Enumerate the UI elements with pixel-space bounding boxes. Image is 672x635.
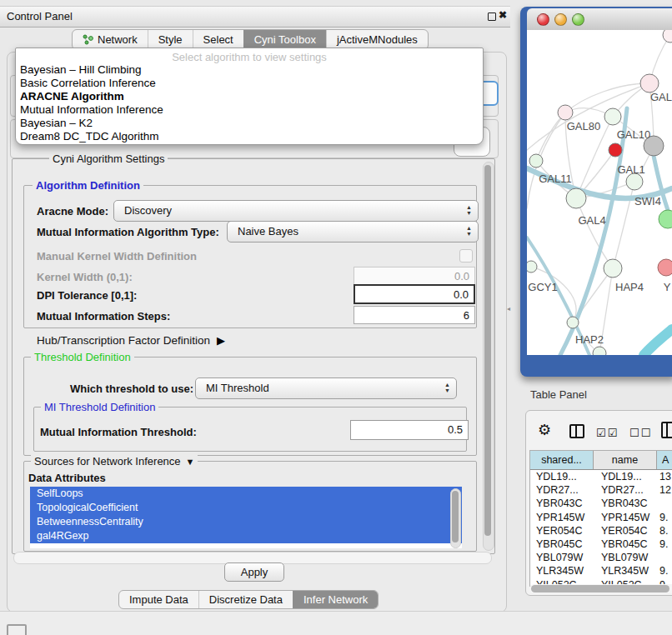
tab-cyni-toolbox[interactable]: Cyni Toolbox [243,30,326,49]
table-row[interactable]: YPR145WYPR145W9. [530,511,672,524]
table-row[interactable]: YLR345WYLR345W9. [530,564,672,578]
table-row[interactable]: YDR27...YDR27...12 [530,483,672,497]
table-row[interactable]: YBR043CYBR043C [530,497,672,510]
selected-value: Discovery [124,204,172,217]
float-window-icon[interactable] [488,12,496,21]
table-cell: YBR043C [594,497,657,510]
algorithm-option[interactable]: Basic Correlation Inference [16,77,483,90]
network-view-window: GALGAL80GAL10GAL1SWI4GAL11GAL4GCY1HAP4YH… [520,7,672,377]
which-threshold-label: Which threshold to use: [70,382,193,395]
table-cell: YDL19... [594,470,657,483]
table-row[interactable]: YBR045CYBR045C9. [530,538,672,551]
aracne-mode-label: Aracne Mode: [37,205,108,218]
apply-button[interactable]: Apply [224,562,284,582]
tab-label: Impute Data [129,593,188,606]
network-canvas[interactable]: GALGAL80GAL10GAL1SWI4GAL11GAL4GCY1HAP4YH… [527,30,672,355]
attributes-vertical-scrollbar[interactable] [450,488,461,548]
network-node[interactable] [593,347,606,355]
tab-infer-network[interactable]: Infer Network [293,591,378,608]
data-attribute-item-selected[interactable]: BetweennessCentrality [30,515,462,529]
control-panel-titlebar: Control Panel [0,6,510,28]
select-all-checkboxes-icon[interactable] [596,427,619,439]
table-cell: YLR345W [530,564,594,578]
network-node[interactable] [604,108,621,125]
algorithm-option[interactable]: ARACNE Algorithm [16,90,483,103]
zoom-traffic-light-icon[interactable] [572,13,584,26]
dpi-tolerance-field[interactable]: 0.0 [354,284,475,304]
network-node[interactable] [609,143,622,157]
hub-definition-toggle[interactable]: Hub/Transcription Factor Definition [37,334,225,347]
scrollbar-thumb[interactable] [452,491,459,542]
settings-vertical-scrollbar[interactable] [483,162,494,551]
aracne-mode-select[interactable]: Discovery [113,200,479,222]
network-edge [576,198,613,268]
data-attribute-item-selected[interactable]: SelfLoops [30,487,462,501]
mi-algorithm-type-select[interactable]: Naive Bayes [227,221,479,242]
network-node[interactable] [640,74,659,92]
network-node-label: Y [664,281,671,293]
algorithm-option[interactable]: Bayesian – K2 [16,117,483,130]
algorithm-dropdown-prompt: Select algorithm to view settings [16,51,483,63]
manual-kernel-width-checkbox[interactable] [459,249,473,262]
deselect-all-checkboxes-icon[interactable] [629,427,652,439]
tab-network[interactable]: Network [73,30,148,49]
tab-discretize-data[interactable]: Discretize Data [198,591,293,608]
scrollbar-thumb[interactable] [484,165,491,536]
network-node[interactable] [659,210,672,228]
table-cell: YDR27... [530,483,594,497]
group-title: Threshold Definition [31,351,134,363]
network-node[interactable] [529,154,543,168]
tab-impute-data[interactable]: Impute Data [119,591,198,608]
network-node[interactable] [566,188,586,208]
table-mode-icon[interactable] [661,422,672,438]
scrollbar-thumb[interactable] [531,585,669,592]
network-node[interactable] [567,317,579,328]
algorithm-dropdown-list: Bayesian – Hill ClimbingBasic Correlatio… [16,63,483,144]
data-attributes-list: SelfLoopsTopologicalCoefficientBetweenne… [30,487,462,548]
network-node[interactable] [604,259,622,278]
algorithm-option[interactable]: Bayesian – Hill Climbing [16,63,483,77]
mi-threshold-field[interactable]: 0.5 [350,420,469,440]
algorithm-dropdown: Select algorithm to view settings Bayesi… [15,48,484,145]
tab-style[interactable]: Style [148,30,193,49]
sources-toggle[interactable]: Sources for Network Inference [31,455,198,468]
data-attribute-item-selected[interactable]: gal4RGexp [30,529,462,543]
table-horizontal-scrollbar[interactable] [529,584,672,593]
close-icon[interactable] [499,9,507,21]
column-header-clipped[interactable]: A [657,451,672,469]
columns-icon[interactable] [569,424,584,438]
control-panel-title: Control Panel [7,10,73,22]
tab-label: Network [98,33,138,46]
network-window-titlebar[interactable] [527,8,672,31]
data-attribute-item-selected[interactable]: TopologicalCoefficient [30,501,462,515]
algorithm-option[interactable]: Dream8 DC_TDC Algorithm [16,130,483,143]
which-threshold-select[interactable]: MI Threshold [195,378,457,399]
table-panel: shared... name A YDL19...YDL19...13YDR27… [525,410,672,596]
network-node[interactable] [626,173,643,190]
kernel-width-field[interactable]: 0.0 [354,267,475,285]
gear-icon[interactable] [538,421,551,439]
floating-handle-icon[interactable] [7,624,27,635]
table-row[interactable]: YDL19...YDL19...13 [530,470,672,483]
data-attributes-label: Data Attributes [28,472,106,484]
spinner-arrows-icon [466,204,472,216]
table-row[interactable]: YER054CYER054C8. [530,524,672,538]
tab-jactivemnodules[interactable]: jActiveMNodules [326,30,428,49]
network-node[interactable] [663,30,672,42]
algorithm-option[interactable]: Mutual Information Inference [16,103,483,117]
table-cell: YBL079W [530,551,594,564]
network-edge [613,182,634,268]
close-traffic-light-icon[interactable] [537,13,549,26]
minimize-traffic-light-icon[interactable] [554,13,567,26]
tab-select[interactable]: Select [193,30,243,49]
column-header-shared-name[interactable]: shared... [530,451,594,469]
network-node[interactable] [527,261,537,272]
table-row[interactable]: YBL079WYBL079W [530,551,672,564]
footer-strip [0,611,672,635]
network-node-label: HAP4 [615,281,644,293]
network-node[interactable] [658,259,672,276]
splitpane-collapse-icon[interactable] [507,305,510,312]
mi-steps-field[interactable]: 6 [354,306,475,324]
column-header-name[interactable]: name [594,451,657,469]
network-node[interactable] [558,105,573,120]
